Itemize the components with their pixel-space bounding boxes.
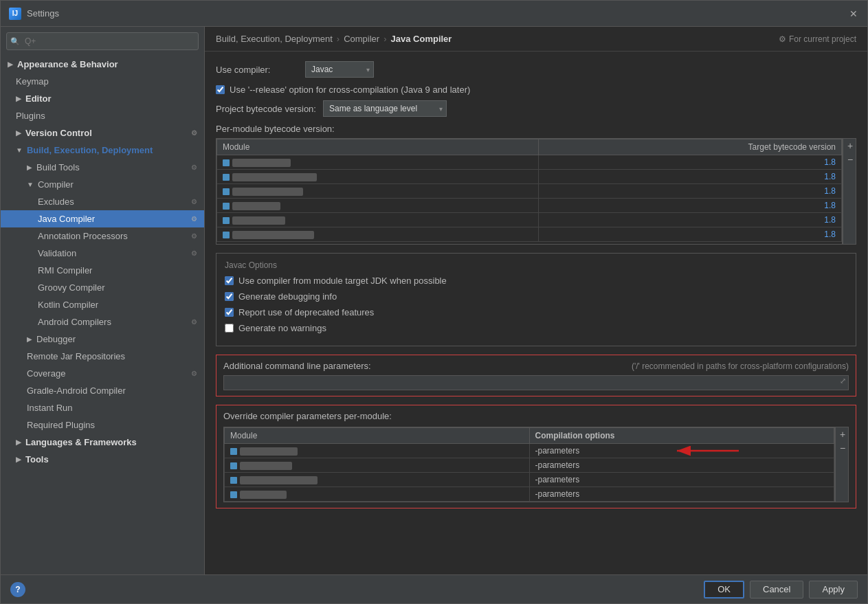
javac-options-section: Javac Options Use compiler from module t… [216, 253, 856, 346]
sidebar-item-languages[interactable]: ▶ Languages & Frameworks [1, 434, 204, 451]
breadcrumb-path: Build, Execution, Deployment › Compiler … [216, 34, 452, 44]
sidebar-item-tools[interactable]: ▶ Tools [1, 451, 204, 468]
check4-label: Generate no warnings [238, 323, 326, 333]
search-input[interactable] [6, 32, 199, 50]
sidebar-item-java-compiler[interactable]: Java Compiler ⚙ [1, 210, 204, 227]
sidebar-item-kotlin-compiler[interactable]: Kotlin Compiler [1, 296, 204, 313]
check2-label: Generate debugging info [238, 291, 337, 302]
table-row: 1.8 [217, 170, 842, 184]
sidebar-item-appearance[interactable]: ▶ Appearance & Behavior [1, 56, 204, 73]
use-compiler-label: Use compiler: [216, 65, 298, 75]
sidebar-item-android-compilers[interactable]: Android Compilers ⚙ [1, 313, 204, 331]
add-override-button[interactable]: + [836, 427, 849, 441]
main-content: 🔍 ▶ Appearance & Behavior Keymap ▶ Edito… [1, 27, 867, 574]
check2-row: Generate debugging info [225, 291, 847, 302]
table-row: -parameters [225, 458, 834, 473]
table-row: 1.8 [217, 184, 842, 199]
search-box: 🔍 [6, 32, 199, 50]
settings-icon: ⚙ [191, 129, 197, 137]
report-deprecated-checkbox[interactable] [225, 308, 234, 317]
additional-params-header: Additional command line parameters: ('/'… [223, 361, 849, 371]
table-row: 1.8 [217, 199, 842, 213]
additional-params-hint: ('/' recommended in paths for cross-plat… [632, 361, 849, 371]
sidebar-item-rmi-compiler[interactable]: RMI Compiler [1, 262, 204, 279]
breadcrumb: Build, Execution, Deployment › Compiler … [205, 27, 867, 52]
sidebar-item-debugger[interactable]: ▶ Debugger [1, 331, 204, 348]
override-module-col-header: Module [225, 428, 530, 444]
settings-window: IJ Settings ✕ 🔍 ▶ Appearance & Behavior … [0, 0, 868, 604]
release-option-checkbox[interactable] [216, 85, 225, 94]
settings-panel: Use compiler: Javac ▾ Use '--release' op… [205, 52, 867, 574]
javac-options-label: Javac Options [225, 260, 847, 270]
sidebar-item-gradle-android[interactable]: Gradle-Android Compiler [1, 382, 204, 399]
sidebar-item-required-plugins[interactable]: Required Plugins [1, 416, 204, 434]
breadcrumb-part3: Java Compiler [391, 34, 452, 44]
sidebar-item-validation[interactable]: Validation ⚙ [1, 245, 204, 262]
sidebar-item-plugins[interactable]: Plugins [1, 107, 204, 124]
compiler-select[interactable]: Javac [305, 61, 374, 78]
content-area: Build, Execution, Deployment › Compiler … [205, 27, 867, 574]
table-row: -parameters [225, 444, 834, 458]
override-section: Override compiler parameters per-module:… [216, 405, 856, 508]
sidebar-item-excludes[interactable]: Excludes ⚙ [1, 193, 204, 210]
sidebar-item-coverage[interactable]: Coverage ⚙ [1, 365, 204, 382]
check1-label: Use compiler from module target JDK when… [238, 276, 447, 286]
bytecode-version-label: Project bytecode version: [216, 104, 316, 114]
sidebar-item-keymap[interactable]: Keymap [1, 73, 204, 90]
table-row: -parameters [225, 487, 834, 502]
bytecode-version-select[interactable]: Same as language level [323, 100, 447, 117]
expand-icon[interactable]: ⤢ [840, 377, 846, 385]
app-icon: IJ [9, 8, 21, 20]
search-icon: 🔍 [10, 37, 20, 46]
settings-icon: ⚙ [191, 164, 197, 171]
sidebar-item-editor[interactable]: ▶ Editor [1, 90, 204, 107]
settings-icon: ⚙ [191, 198, 197, 205]
settings-icon: ⚙ [191, 318, 197, 326]
table-row: 1.8 [217, 213, 842, 227]
expand-arrow-icon: ▶ [8, 60, 13, 68]
ok-button[interactable]: OK [704, 581, 744, 599]
footer-buttons: OK Cancel Apply [704, 581, 858, 599]
compilation-options-col-header: Compilation options [529, 428, 834, 444]
check1-row: Use compiler from module target JDK when… [225, 276, 847, 286]
sidebar-item-build-tools[interactable]: ▶ Build Tools ⚙ [1, 159, 204, 176]
additional-params-section: Additional command line parameters: ('/'… [216, 355, 856, 396]
for-project-label: ⚙ For current project [779, 34, 856, 44]
sidebar-item-build-execution[interactable]: ▼ Build, Execution, Deployment [1, 142, 204, 159]
sidebar-item-version-control[interactable]: ▶ Version Control ⚙ [1, 124, 204, 142]
breadcrumb-sep2: › [383, 34, 386, 44]
sidebar-item-instant-run[interactable]: Instant Run [1, 399, 204, 416]
table-row: -parameters [225, 473, 834, 487]
sidebar-item-compiler[interactable]: ▼ Compiler [1, 176, 204, 193]
release-option-label: Use '--release' option for cross-compila… [230, 85, 470, 95]
breadcrumb-part1: Build, Execution, Deployment [216, 34, 333, 44]
per-module-label: Per-module bytecode version: [216, 124, 856, 134]
sidebar-item-remote-jar[interactable]: Remote Jar Repositories [1, 348, 204, 365]
remove-override-button[interactable]: − [836, 441, 849, 455]
expand-arrow-icon: ▶ [27, 164, 32, 171]
expand-arrow-icon: ▶ [16, 95, 21, 102]
help-button[interactable]: ? [10, 582, 25, 597]
table-row: 1.8 [217, 227, 842, 242]
cancel-button[interactable]: Cancel [750, 581, 803, 599]
add-module-button[interactable]: + [843, 139, 857, 153]
expand-arrow-open-icon: ▼ [27, 181, 34, 188]
override-label: Override compiler parameters per-module: [223, 411, 849, 421]
check3-label: Report use of deprecated features [238, 307, 374, 317]
expand-arrow-icon: ▶ [16, 456, 21, 463]
expand-arrow-icon: ▶ [27, 335, 32, 343]
apply-button[interactable]: Apply [809, 581, 858, 599]
sidebar-item-groovy-compiler[interactable]: Groovy Compiler [1, 279, 204, 296]
check4-row: Generate no warnings [225, 323, 847, 333]
compiler-select-wrapper: Javac ▾ [305, 61, 374, 78]
remove-module-button[interactable]: − [843, 153, 857, 166]
settings-small-icon: ⚙ [779, 34, 786, 44]
generate-no-warnings-checkbox[interactable] [225, 324, 234, 333]
footer-left: ? [10, 582, 25, 597]
settings-icon: ⚙ [191, 370, 197, 377]
use-module-jdk-checkbox[interactable] [225, 276, 234, 285]
sidebar-item-annotation-processors[interactable]: Annotation Processors ⚙ [1, 227, 204, 245]
generate-debug-checkbox[interactable] [225, 292, 234, 301]
close-button[interactable]: ✕ [848, 8, 859, 19]
additional-params-input[interactable] [223, 375, 849, 390]
